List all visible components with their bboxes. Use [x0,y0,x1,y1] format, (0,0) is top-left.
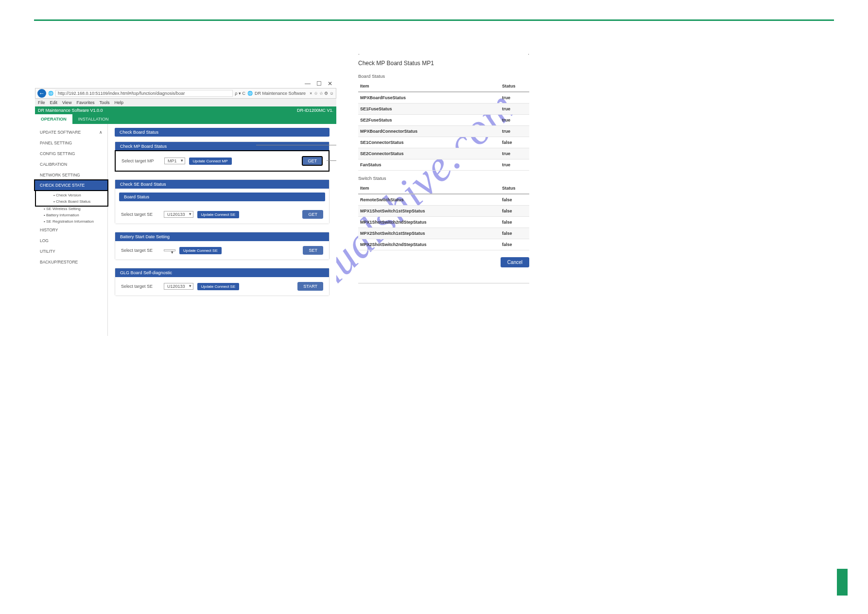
browser-address-bar: ← 🌐 http://192.168.0.10:51109/index.html… [35,88,336,99]
table-row: MPXBoardConnectorStatustrue [358,126,529,137]
mp-get-button[interactable]: GET [302,156,323,166]
sidebar-item-update-software[interactable]: UPDATE SOFTWARE ∧ [35,127,107,138]
mp-select-label: Select target MP [122,158,160,163]
cell-item: FanStatus [358,159,500,171]
browser-tab-title[interactable]: DR Maintenance Software [255,91,306,96]
dialog-corner-marks: ·· [358,52,529,57]
sidebar-sub-se-wireless[interactable]: • SE Wireless Setting [35,206,107,212]
main-tabs: OPERATION INSTALLATION [35,114,336,124]
cell-status: false [500,137,529,148]
menu-view[interactable]: View [62,100,71,105]
cell-status: true [500,148,529,159]
col-item: Item [358,183,500,194]
status-dialog: ·· Check MP Board Status MP1 Board Statu… [358,52,529,283]
battery-select[interactable] [164,249,175,251]
menu-favorites[interactable]: Favorites [76,100,94,105]
sidebar-item-history[interactable]: HISTORY [35,225,107,235]
cell-item: MPXBoardFuseStatus [358,92,500,104]
cell-item: SE2FuseStatus [358,115,500,126]
sidebar: UPDATE SOFTWARE ∧ PANEL SETTING CONFIG S… [35,124,108,336]
se-select[interactable]: U120133 [164,211,193,218]
col-status: Status [500,183,529,194]
panel-glg-self-diagnostic: GLG Board Self-diagnostic Select target … [115,268,330,296]
board-status-table: Item Status MPXBoardFuseStatustrueSE1Fus… [358,81,529,171]
close-icon[interactable]: ✕ [328,80,332,87]
menu-edit[interactable]: Edit [50,100,58,105]
sidebar-item-config-setting[interactable]: CONFIG SETTING [35,148,107,159]
panel-mp-header: Check MP Board Status [115,142,329,151]
panel-battery-start-date: Battery Start Date Setting Select target… [115,232,330,260]
col-status: Status [500,81,529,92]
sidebar-sub-check-board-status[interactable]: • Check Board Status [45,198,107,205]
sidebar-sub-se-registration[interactable]: • SE Registration Information [35,218,107,225]
glg-select[interactable]: U120133 [164,283,193,290]
panel-se-body: Select target SE U120133 Update Connect … [115,205,329,224]
table-row: SE1ConnectorStatusfalse [358,137,529,148]
sidebar-item-calibration[interactable]: CALIBRATION [35,159,107,170]
panel-battery-header: Battery Start Date Setting [115,232,329,241]
mp-select[interactable]: MP1 [164,158,185,164]
table-row: SE1FuseStatustrue [358,104,529,115]
cancel-button[interactable]: Cancel [501,257,529,267]
cell-status: false [500,206,529,217]
cell-item: MPX1ShotSwitch2ndStepStatus [358,217,500,228]
url-field[interactable]: http://192.168.0.10:51109/index.html#/to… [55,90,233,97]
sidebar-item-utility[interactable]: UTILITY [35,246,107,257]
panel-se-board-status-header: Board Status [119,193,325,201]
battery-set-button[interactable]: SET [303,246,323,255]
dialog-bottom-rule [358,283,529,283]
table-row: SE2ConnectorStatustrue [358,148,529,159]
table-row: MPXBoardFuseStatustrue [358,92,529,104]
tab-operation[interactable]: OPERATION [35,114,72,124]
cell-status: true [500,115,529,126]
glg-start-button[interactable]: START [297,282,323,291]
table-row: MPX1ShotSwitch2ndStepStatusfalse [358,217,529,228]
update-connect-se-button-3[interactable]: Update Connect SE [197,283,240,290]
cell-status: true [500,104,529,115]
se-get-button[interactable]: GET [302,210,323,219]
panel-check-se-board: Check SE Board Status Board Status Selec… [115,179,330,224]
update-connect-se-button[interactable]: Update Connect SE [197,211,240,218]
cell-item: RemoteSwitchStatus [358,194,500,206]
menu-file[interactable]: File [38,100,45,105]
cell-status: false [500,194,529,206]
minimize-icon[interactable]: — [305,80,311,87]
sidebar-sub-check-version[interactable]: • Check Version [45,192,107,198]
tab-installation[interactable]: INSTALLATION [72,114,115,124]
table-row: FanStatustrue [358,159,529,171]
cell-item: MPXBoardConnectorStatus [358,126,500,137]
sidebar-item-check-device-state[interactable]: CHECK DEVICE STATE [34,179,108,191]
cell-item: MPX2ShotSwitch2ndStepStatus [358,239,500,250]
panel-check-board-status-header: Check Board Status [115,128,330,137]
sidebar-sub-battery-info[interactable]: • Battery Information [35,212,107,218]
sidebar-item-backup-restore[interactable]: BACKUP/RESTORE [35,257,107,267]
maximize-icon[interactable]: ☐ [316,80,322,87]
cell-status: true [500,159,529,171]
col-item: Item [358,81,500,92]
page-top-rule [34,19,834,21]
callout-line [327,160,336,161]
update-connect-se-button-2[interactable]: Update Connect SE [179,247,222,254]
cell-item: SE1FuseStatus [358,104,500,115]
glg-select-label: Select target SE [121,284,160,289]
se-select-label: Select target SE [121,212,160,217]
callout-line [256,145,336,145]
panel-glg-header: GLG Board Self-diagnostic [115,268,329,277]
cell-status: false [500,217,529,228]
table-row: MPX1ShotSwitch1stStepStatusfalse [358,206,529,217]
cell-status: true [500,92,529,104]
sidebar-item-network-setting[interactable]: NETWORK SETTING [35,170,107,180]
sidebar-item-log[interactable]: LOG [35,235,107,246]
switch-status-table: Item Status RemoteSwitchStatusfalseMPX1S… [358,183,529,250]
fav-icons[interactable]: ☆ ☆ ⚙ ☺ [314,91,334,96]
menu-help[interactable]: Help [114,100,123,105]
table-row: RemoteSwitchStatusfalse [358,194,529,206]
tab-close-icon[interactable]: × [310,91,312,96]
update-connect-mp-button[interactable]: Update Connect MP [189,158,232,165]
cell-item: SE1ConnectorStatus [358,137,500,148]
menu-tools[interactable]: Tools [99,100,109,105]
back-icon[interactable]: ← [37,89,46,98]
sidebar-item-panel-setting[interactable]: PANEL SETTING [35,138,107,148]
main-area: UPDATE SOFTWARE ∧ PANEL SETTING CONFIG S… [35,124,336,336]
panel-se-header: Check SE Board Status [115,180,329,189]
